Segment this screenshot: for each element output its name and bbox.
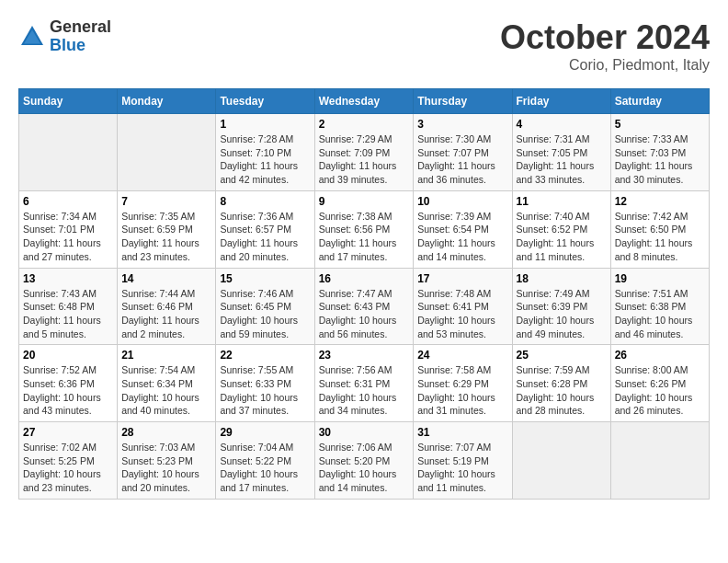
day-info: Sunrise: 7:30 AMSunset: 7:07 PMDaylight:… (417, 133, 495, 185)
day-info: Sunrise: 7:59 AMSunset: 6:28 PMDaylight:… (517, 364, 595, 416)
calendar-cell: 5 Sunrise: 7:33 AMSunset: 7:03 PMDayligh… (610, 114, 709, 191)
calendar-cell (512, 422, 610, 500)
day-info: Sunrise: 7:58 AMSunset: 6:29 PMDaylight:… (417, 364, 495, 416)
calendar-week-5: 27 Sunrise: 7:02 AMSunset: 5:25 PMDaylig… (19, 422, 710, 500)
calendar-cell (19, 114, 118, 191)
calendar-cell: 7 Sunrise: 7:35 AMSunset: 6:59 PMDayligh… (118, 190, 216, 268)
logo-text: General Blue (50, 18, 111, 55)
calendar-cell: 29 Sunrise: 7:04 AMSunset: 5:22 PMDaylig… (216, 422, 314, 500)
calendar-cell: 6 Sunrise: 7:34 AMSunset: 7:01 PMDayligh… (19, 190, 118, 268)
calendar-cell: 30 Sunrise: 7:06 AMSunset: 5:20 PMDaylig… (314, 422, 414, 500)
calendar-cell (118, 114, 216, 191)
day-number: 9 (319, 195, 410, 208)
calendar-cell: 26 Sunrise: 8:00 AMSunset: 6:26 PMDaylig… (610, 345, 709, 422)
header-tuesday: Tuesday (216, 89, 314, 114)
calendar-cell: 3 Sunrise: 7:30 AMSunset: 7:07 PMDayligh… (414, 114, 512, 191)
day-info: Sunrise: 7:44 AMSunset: 6:46 PMDaylight:… (121, 288, 199, 339)
calendar-cell: 15 Sunrise: 7:46 AMSunset: 6:45 PMDaylig… (216, 268, 314, 345)
day-number: 24 (417, 349, 507, 362)
day-info: Sunrise: 7:06 AMSunset: 5:20 PMDaylight:… (319, 442, 397, 493)
calendar-cell (610, 422, 709, 500)
day-number: 15 (220, 272, 310, 285)
calendar-cell: 10 Sunrise: 7:39 AMSunset: 6:54 PMDaylig… (414, 190, 512, 268)
calendar-cell: 19 Sunrise: 7:51 AMSunset: 6:38 PMDaylig… (610, 268, 709, 345)
day-info: Sunrise: 7:47 AMSunset: 6:43 PMDaylight:… (319, 288, 397, 339)
header-saturday: Saturday (610, 89, 709, 114)
header-thursday: Thursday (414, 89, 512, 114)
day-number: 12 (615, 195, 705, 208)
calendar-cell: 13 Sunrise: 7:43 AMSunset: 6:48 PMDaylig… (19, 268, 118, 345)
day-info: Sunrise: 7:33 AMSunset: 7:03 PMDaylight:… (615, 133, 693, 185)
day-number: 5 (615, 118, 705, 131)
calendar-cell: 18 Sunrise: 7:49 AMSunset: 6:39 PMDaylig… (512, 268, 610, 345)
logo-icon (18, 23, 46, 51)
day-info: Sunrise: 7:02 AMSunset: 5:25 PMDaylight:… (23, 442, 101, 493)
day-number: 20 (23, 349, 113, 362)
day-info: Sunrise: 7:49 AMSunset: 6:39 PMDaylight:… (517, 288, 595, 339)
calendar-week-4: 20 Sunrise: 7:52 AMSunset: 6:36 PMDaylig… (19, 345, 710, 422)
day-info: Sunrise: 7:51 AMSunset: 6:38 PMDaylight:… (615, 288, 693, 339)
day-info: Sunrise: 7:35 AMSunset: 6:59 PMDaylight:… (121, 211, 199, 262)
header-row: Sunday Monday Tuesday Wednesday Thursday… (19, 89, 710, 114)
day-number: 27 (23, 426, 113, 439)
calendar-cell: 9 Sunrise: 7:38 AMSunset: 6:56 PMDayligh… (314, 190, 414, 268)
calendar-cell: 11 Sunrise: 7:40 AMSunset: 6:52 PMDaylig… (512, 190, 610, 268)
day-number: 6 (23, 195, 113, 208)
day-info: Sunrise: 7:31 AMSunset: 7:05 PMDaylight:… (517, 133, 595, 185)
day-info: Sunrise: 7:07 AMSunset: 5:19 PMDaylight:… (417, 442, 495, 493)
calendar-week-2: 6 Sunrise: 7:34 AMSunset: 7:01 PMDayligh… (19, 190, 710, 268)
calendar-cell: 21 Sunrise: 7:54 AMSunset: 6:34 PMDaylig… (118, 345, 216, 422)
page-header: General Blue October 2024 Corio, Piedmon… (18, 18, 710, 74)
day-number: 21 (121, 349, 211, 362)
logo: General Blue (18, 18, 111, 55)
calendar-cell: 25 Sunrise: 7:59 AMSunset: 6:28 PMDaylig… (512, 345, 610, 422)
day-number: 7 (121, 195, 211, 208)
day-info: Sunrise: 7:38 AMSunset: 6:56 PMDaylight:… (319, 211, 397, 262)
calendar-cell: 17 Sunrise: 7:48 AMSunset: 6:41 PMDaylig… (414, 268, 512, 345)
month-title: October 2024 (500, 18, 710, 57)
header-monday: Monday (118, 89, 216, 114)
day-number: 23 (319, 349, 410, 362)
calendar-cell: 8 Sunrise: 7:36 AMSunset: 6:57 PMDayligh… (216, 190, 314, 268)
day-number: 3 (417, 118, 507, 131)
day-info: Sunrise: 7:42 AMSunset: 6:50 PMDaylight:… (615, 211, 693, 262)
day-number: 25 (517, 349, 607, 362)
day-info: Sunrise: 7:34 AMSunset: 7:01 PMDaylight:… (23, 211, 101, 262)
day-number: 29 (220, 426, 310, 439)
calendar-cell: 1 Sunrise: 7:28 AMSunset: 7:10 PMDayligh… (216, 114, 314, 191)
day-info: Sunrise: 7:56 AMSunset: 6:31 PMDaylight:… (319, 364, 397, 416)
calendar-week-3: 13 Sunrise: 7:43 AMSunset: 6:48 PMDaylig… (19, 268, 710, 345)
day-info: Sunrise: 7:43 AMSunset: 6:48 PMDaylight:… (23, 288, 101, 339)
day-number: 22 (220, 349, 310, 362)
day-info: Sunrise: 7:03 AMSunset: 5:23 PMDaylight:… (121, 442, 199, 493)
day-info: Sunrise: 7:46 AMSunset: 6:45 PMDaylight:… (220, 288, 298, 339)
logo-general: General (50, 18, 111, 37)
day-info: Sunrise: 7:39 AMSunset: 6:54 PMDaylight:… (417, 211, 495, 262)
day-number: 26 (615, 349, 705, 362)
calendar-cell: 16 Sunrise: 7:47 AMSunset: 6:43 PMDaylig… (314, 268, 414, 345)
title-block: October 2024 Corio, Piedmont, Italy (500, 18, 710, 74)
calendar-cell: 22 Sunrise: 7:55 AMSunset: 6:33 PMDaylig… (216, 345, 314, 422)
calendar-cell: 20 Sunrise: 7:52 AMSunset: 6:36 PMDaylig… (19, 345, 118, 422)
day-number: 31 (417, 426, 507, 439)
header-wednesday: Wednesday (314, 89, 414, 114)
day-number: 8 (220, 195, 310, 208)
day-number: 30 (319, 426, 410, 439)
calendar-cell: 27 Sunrise: 7:02 AMSunset: 5:25 PMDaylig… (19, 422, 118, 500)
calendar-table: Sunday Monday Tuesday Wednesday Thursday… (18, 88, 710, 500)
day-number: 13 (23, 272, 113, 285)
day-info: Sunrise: 7:29 AMSunset: 7:09 PMDaylight:… (319, 133, 397, 185)
calendar-cell: 31 Sunrise: 7:07 AMSunset: 5:19 PMDaylig… (414, 422, 512, 500)
day-info: Sunrise: 7:28 AMSunset: 7:10 PMDaylight:… (220, 133, 298, 185)
calendar-cell: 4 Sunrise: 7:31 AMSunset: 7:05 PMDayligh… (512, 114, 610, 191)
calendar-cell: 23 Sunrise: 7:56 AMSunset: 6:31 PMDaylig… (314, 345, 414, 422)
day-number: 2 (319, 118, 410, 131)
calendar-body: 1 Sunrise: 7:28 AMSunset: 7:10 PMDayligh… (19, 114, 710, 500)
day-info: Sunrise: 7:40 AMSunset: 6:52 PMDaylight:… (517, 211, 595, 262)
day-info: Sunrise: 7:36 AMSunset: 6:57 PMDaylight:… (220, 211, 298, 262)
location-label: Corio, Piedmont, Italy (500, 57, 710, 74)
calendar-week-1: 1 Sunrise: 7:28 AMSunset: 7:10 PMDayligh… (19, 114, 710, 191)
day-number: 11 (517, 195, 607, 208)
calendar-cell: 12 Sunrise: 7:42 AMSunset: 6:50 PMDaylig… (610, 190, 709, 268)
calendar-cell: 24 Sunrise: 7:58 AMSunset: 6:29 PMDaylig… (414, 345, 512, 422)
